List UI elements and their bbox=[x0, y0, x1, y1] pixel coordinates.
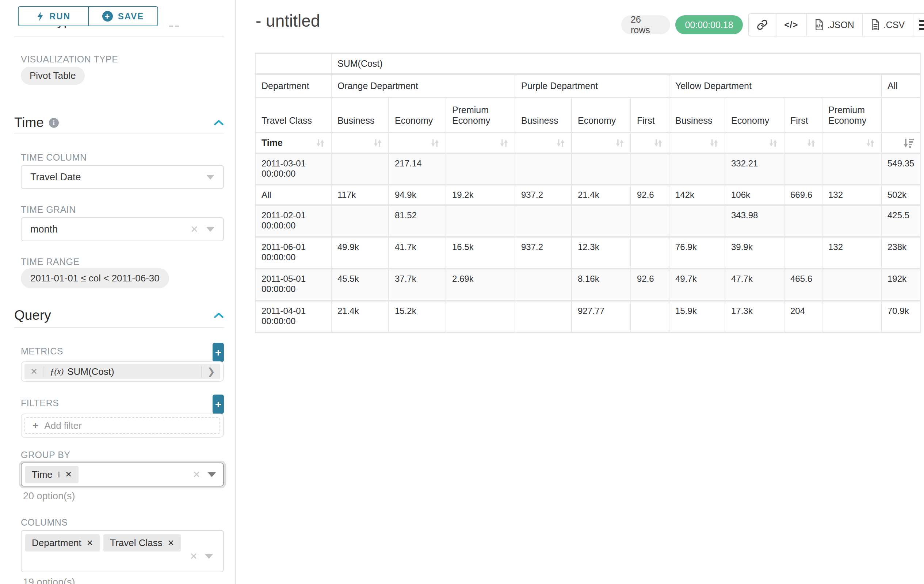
remove-metric-icon[interactable]: ✕ bbox=[25, 367, 44, 377]
time-range-pill[interactable]: 2011-01-01 ≤ col < 2011-06-30 bbox=[21, 268, 169, 288]
column-header: Business bbox=[332, 98, 389, 133]
row-header: 2011-05-01 00:00:00 bbox=[256, 269, 332, 301]
data-cell bbox=[515, 269, 572, 301]
export-csv-button[interactable]: .CSV bbox=[862, 14, 912, 36]
data-cell: 238k bbox=[882, 238, 921, 269]
sort-icon[interactable] bbox=[373, 138, 383, 148]
group-by-options-hint: 20 option(s) bbox=[23, 490, 75, 502]
sort-icon[interactable] bbox=[653, 138, 663, 148]
data-cell: 549.35 bbox=[882, 154, 921, 186]
add-filter-label: Add filter bbox=[44, 420, 82, 431]
table-row: All117k94.9k19.2k937.221.4k92.6142k106k6… bbox=[256, 186, 921, 206]
dimension-tag[interactable]: Department ✕ bbox=[25, 535, 100, 551]
sort-cell bbox=[822, 133, 882, 154]
sort-icon[interactable] bbox=[807, 138, 816, 148]
query-section-header: Query bbox=[14, 308, 224, 323]
data-cell: 45.5k bbox=[332, 269, 389, 301]
dimension-tag[interactable]: Travel Class ✕ bbox=[103, 535, 181, 551]
tag-label: Travel Class bbox=[110, 537, 163, 549]
data-cell: 21.4k bbox=[332, 301, 389, 333]
clear-icon[interactable]: ✕ bbox=[190, 551, 198, 562]
share-link-button[interactable] bbox=[749, 14, 776, 36]
visualization-type-pill[interactable]: Pivot Table bbox=[21, 67, 85, 85]
sort-icon[interactable] bbox=[430, 138, 440, 148]
remove-tag-icon[interactable]: ✕ bbox=[65, 470, 72, 479]
time-grain-select[interactable]: month ✕ bbox=[21, 217, 224, 241]
pivot-table: SUM(Cost) DepartmentOrange DepartmentPur… bbox=[255, 53, 921, 333]
sort-icon[interactable] bbox=[315, 138, 325, 148]
add-metric-button[interactable]: + bbox=[213, 343, 224, 362]
superset-explore-view: Chart Type RUN + SAVE VISUALIZATION TYPE… bbox=[0, 0, 924, 584]
sort-icon[interactable] bbox=[866, 138, 875, 148]
data-cell: 217.14 bbox=[389, 154, 446, 186]
run-button[interactable]: RUN bbox=[19, 7, 88, 26]
chevron-right-icon[interactable]: ❯ bbox=[201, 366, 220, 377]
chevron-up-icon[interactable] bbox=[214, 313, 224, 318]
info-icon[interactable]: i bbox=[49, 118, 59, 128]
chart-title[interactable]: - untitled bbox=[256, 11, 320, 31]
row-header: 2011-06-01 00:00:00 bbox=[256, 238, 332, 269]
dimension-tag[interactable]: Time i ✕ bbox=[25, 466, 79, 483]
collapsed-caret-fragment bbox=[169, 26, 173, 27]
export-json-button[interactable]: .JSON bbox=[806, 14, 862, 36]
column-header: Economy bbox=[725, 98, 784, 133]
remove-tag-icon[interactable]: ✕ bbox=[168, 538, 174, 548]
time-column-value: Travel Date bbox=[30, 171, 81, 183]
data-cell bbox=[784, 206, 822, 238]
chevron-up-icon[interactable] bbox=[214, 120, 224, 125]
metric-header-cell: SUM(Cost) bbox=[332, 54, 921, 75]
menu-button[interactable] bbox=[912, 14, 924, 36]
remove-tag-icon[interactable]: ✕ bbox=[87, 538, 93, 548]
sort-desc-active-icon[interactable] bbox=[903, 138, 914, 148]
column-header: Premium Economy bbox=[822, 98, 882, 133]
data-cell: 425.5 bbox=[882, 206, 921, 238]
columns-select[interactable]: Department ✕ Travel Class ✕ ✕ bbox=[21, 530, 224, 572]
column-header: Business bbox=[515, 98, 572, 133]
view-query-button[interactable]: </> bbox=[776, 14, 807, 36]
table-row: 2011-05-01 00:00:0045.5k37.7k2.69k8.16k9… bbox=[256, 269, 921, 301]
add-filter-plus-button[interactable]: + bbox=[213, 395, 224, 414]
data-cell: 132 bbox=[822, 186, 882, 206]
sort-icon[interactable] bbox=[769, 138, 778, 148]
data-cell bbox=[332, 206, 389, 238]
code-icon: </> bbox=[784, 20, 799, 30]
metrics-field: ✕ ƒ(x) SUM(Cost) ❯ bbox=[21, 361, 224, 382]
sort-icon[interactable] bbox=[709, 138, 719, 148]
metric-pill[interactable]: ✕ ƒ(x) SUM(Cost) ❯ bbox=[25, 364, 220, 379]
data-cell bbox=[670, 154, 725, 186]
sort-icon[interactable] bbox=[615, 138, 625, 148]
metric-name: SUM(Cost) bbox=[67, 366, 114, 377]
sort-icon[interactable] bbox=[556, 138, 565, 148]
control-panel-sidebar: Chart Type RUN + SAVE VISUALIZATION TYPE… bbox=[0, 0, 236, 584]
clear-icon[interactable]: ✕ bbox=[190, 224, 198, 235]
data-cell: 19.2k bbox=[446, 186, 515, 206]
data-cell: 94.9k bbox=[389, 186, 446, 206]
metrics-label: METRICS bbox=[21, 346, 63, 357]
sort-header-cell: Time bbox=[256, 133, 332, 154]
column-header bbox=[882, 98, 921, 133]
data-cell bbox=[631, 238, 670, 269]
time-column-select[interactable]: Travel Date bbox=[21, 165, 224, 189]
data-cell: 39.9k bbox=[725, 238, 784, 269]
sort-cell bbox=[670, 133, 725, 154]
data-cell bbox=[515, 301, 572, 333]
columns-label: COLUMNS bbox=[21, 517, 68, 528]
data-cell: 81.52 bbox=[389, 206, 446, 238]
section-divider bbox=[14, 36, 224, 37]
chevron-down-icon bbox=[206, 175, 214, 179]
sort-cell bbox=[515, 133, 572, 154]
clear-icon[interactable]: ✕ bbox=[193, 469, 201, 480]
save-button[interactable]: + SAVE bbox=[88, 7, 157, 26]
hamburger-icon bbox=[919, 20, 924, 30]
data-cell bbox=[515, 206, 572, 238]
data-cell bbox=[572, 154, 631, 186]
data-cell: 106k bbox=[725, 186, 784, 206]
info-icon: i bbox=[58, 470, 60, 480]
add-filter-button[interactable]: + Add filter bbox=[25, 417, 220, 434]
row-dim-header: Department bbox=[256, 75, 332, 98]
group-by-select[interactable]: Time i ✕ ✕ bbox=[21, 462, 224, 487]
filters-label: FILTERS bbox=[21, 398, 59, 408]
sort-icon[interactable] bbox=[499, 138, 509, 148]
column-header: Business bbox=[670, 98, 725, 133]
tag-label: Department bbox=[32, 537, 81, 549]
